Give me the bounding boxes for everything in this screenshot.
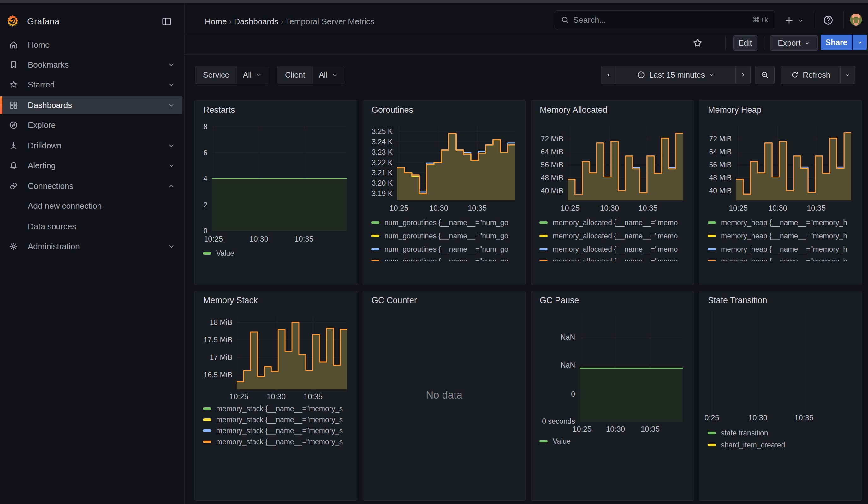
- legend-label: memory_heap {__name__="memory_h: [721, 232, 847, 240]
- legend-swatch: [539, 440, 548, 442]
- share-chevron-button[interactable]: [853, 35, 867, 50]
- avatar[interactable]: [850, 13, 862, 25]
- chevron-down-icon: [167, 101, 175, 109]
- legend-swatch: [707, 432, 716, 434]
- legend-item[interactable]: num_goroutines {__name__="num_go: [371, 232, 518, 240]
- legend-label: memory_allocated {__name__="memo: [553, 232, 678, 240]
- legend-swatch: [707, 260, 716, 261]
- legend-item[interactable]: memory_heap {__name__="memory_h: [707, 257, 854, 261]
- chart-restarts[interactable]: 8642010:2510:3010:35: [195, 101, 358, 286]
- legend-swatch: [707, 248, 716, 250]
- legend-label: num_goroutines {__name__="num_go: [384, 218, 508, 227]
- refresh-button[interactable]: Refresh: [781, 66, 840, 84]
- breadcrumb-home[interactable]: Home: [205, 17, 227, 26]
- legend-item[interactable]: memory_stack {__name__="memory_s: [203, 404, 349, 413]
- legend-item[interactable]: memory_heap {__name__="memory_h: [707, 232, 854, 240]
- svg-text:10:35: 10:35: [468, 204, 487, 212]
- legend-item[interactable]: shard_item_created: [707, 441, 854, 449]
- svg-text:10:30: 10:30: [606, 425, 625, 433]
- breadcrumb: Home › Dashboards › Temporal Server Metr…: [205, 17, 374, 27]
- panel-memory-heap[interactable]: Memory Heap72 MiB64 MiB56 MiB48 MiB40 Mi…: [699, 101, 862, 285]
- legend-item[interactable]: Value: [539, 437, 686, 445]
- panel-title: Goroutines: [372, 105, 413, 115]
- legend-swatch: [539, 260, 548, 261]
- compass-icon: [9, 120, 19, 130]
- svg-text:56 MiB: 56 MiB: [709, 161, 732, 169]
- share-button[interactable]: Share: [821, 35, 852, 50]
- sidebar-item-connections[interactable]: Connections: [0, 177, 183, 195]
- zoom-out-button[interactable]: [755, 66, 775, 84]
- legend-item[interactable]: memory_stack {__name__="memory_s: [203, 415, 349, 424]
- time-back-button[interactable]: [601, 66, 616, 84]
- sidebar-item-alerting[interactable]: Alerting: [0, 157, 183, 174]
- add-button[interactable]: [783, 14, 795, 26]
- panel-restarts[interactable]: Restarts8642010:2510:3010:35Value: [194, 101, 357, 285]
- search-input[interactable]: [572, 15, 753, 25]
- panel-memory-stack[interactable]: Memory Stack18 MiB17.5 MiB17 MiB16.5 MiB…: [194, 291, 357, 501]
- legend-item[interactable]: memory_allocated {__name__="memo: [539, 257, 686, 261]
- time-range-picker[interactable]: Last 15 minutes: [616, 66, 736, 84]
- service-filter-value[interactable]: All: [237, 66, 268, 84]
- svg-text:17.5 MiB: 17.5 MiB: [204, 336, 232, 344]
- export-button[interactable]: Export: [770, 35, 818, 51]
- legend-item[interactable]: memory_allocated {__name__="memo: [539, 218, 686, 227]
- favorite-star-icon[interactable]: [692, 37, 703, 49]
- legend-item[interactable]: Value: [203, 249, 349, 258]
- legend-swatch: [203, 441, 211, 443]
- panel-gc-pause[interactable]: GC PauseNaNNaN00 seconds10:2510:3010:35V…: [531, 291, 694, 501]
- legend-label: Value: [216, 249, 234, 258]
- chevron-down-icon: [167, 161, 175, 169]
- edit-button[interactable]: Edit: [733, 35, 757, 51]
- legend-item[interactable]: num_goroutines {__name__="num_go: [371, 257, 518, 261]
- legend-item[interactable]: memory_allocated {__name__="memo: [539, 232, 686, 240]
- svg-text:3.24 K: 3.24 K: [372, 138, 393, 146]
- panel-gc-counter[interactable]: GC CounterNo data: [363, 291, 526, 501]
- legend-item[interactable]: state transition: [707, 429, 854, 438]
- refresh-interval-button[interactable]: [840, 66, 855, 84]
- chevron-down-icon: [709, 72, 715, 78]
- panel-goroutines[interactable]: Goroutines3.25 K3.24 K3.23 K3.22 K3.21 K…: [363, 101, 526, 285]
- svg-text:4: 4: [203, 175, 207, 183]
- svg-text:18 MiB: 18 MiB: [209, 318, 232, 327]
- sidebar-item-home[interactable]: Home: [0, 36, 183, 54]
- legend-item[interactable]: memory_heap {__name__="memory_h: [707, 218, 854, 227]
- legend-item[interactable]: num_goroutines {__name__="num_go: [371, 245, 518, 254]
- client-filter-value[interactable]: All: [313, 66, 344, 84]
- toolbar-border: [184, 54, 868, 55]
- svg-text:72 MiB: 72 MiB: [709, 135, 732, 143]
- chevron-up-icon: [167, 182, 175, 190]
- svg-text:10:30: 10:30: [768, 204, 787, 212]
- chart-state-transition[interactable]: 0:2510:3010:35: [700, 291, 862, 501]
- client-filter[interactable]: Client All: [277, 66, 344, 84]
- legend-label: state transition: [721, 429, 768, 438]
- search-box[interactable]: ⌘+k: [555, 10, 775, 29]
- legend-item[interactable]: memory_stack {__name__="memory_s: [203, 426, 349, 435]
- chart-memory-stack[interactable]: 18 MiB17.5 MiB17 MiB16.5 MiB10:2510:3010…: [195, 291, 358, 501]
- sidebar-item-drilldown[interactable]: Drilldown: [0, 137, 183, 154]
- add-chevron-down-icon[interactable]: [797, 17, 804, 24]
- sidebar-item-data-sources[interactable]: Data sources: [0, 218, 183, 235]
- sidebar-item-dashboards[interactable]: Dashboards: [0, 96, 183, 114]
- toolbar-divider: [725, 36, 726, 50]
- sidebar-item-starred[interactable]: Starred: [0, 76, 183, 93]
- service-filter[interactable]: Service All: [195, 66, 268, 84]
- legend-item[interactable]: memory_allocated {__name__="memo: [539, 245, 686, 254]
- sidebar-item-bookmarks[interactable]: Bookmarks: [0, 56, 183, 74]
- sidebar-item-add-new-connection[interactable]: Add new connection: [0, 197, 183, 215]
- sidebar-item-explore[interactable]: Explore: [0, 116, 183, 134]
- zoom-out-icon: [761, 70, 769, 79]
- sidebar-item-label: Starred: [28, 80, 55, 90]
- help-icon[interactable]: [823, 14, 834, 26]
- legend-item[interactable]: memory_heap {__name__="memory_h: [707, 245, 854, 254]
- breadcrumb-dashboards[interactable]: Dashboards: [234, 17, 278, 26]
- sidebar-item-administration[interactable]: Administration: [0, 237, 183, 255]
- chart-gc-pause[interactable]: NaNNaN00 seconds10:2510:3010:35: [531, 291, 694, 501]
- sidebar-item-label: Home: [28, 40, 50, 50]
- panel-memory-allocated[interactable]: Memory Allocated72 MiB64 MiB56 MiB48 MiB…: [531, 101, 694, 285]
- svg-text:10:35: 10:35: [639, 204, 658, 212]
- legend-item[interactable]: num_goroutines {__name__="num_go: [371, 218, 518, 227]
- time-forward-button[interactable]: [735, 66, 751, 84]
- panel-state-transition[interactable]: State Transition0:2510:3010:35state tran…: [699, 291, 862, 501]
- legend-item[interactable]: memory_stack {__name__="memory_s: [203, 438, 349, 446]
- sidebar-collapse-icon[interactable]: [161, 16, 172, 27]
